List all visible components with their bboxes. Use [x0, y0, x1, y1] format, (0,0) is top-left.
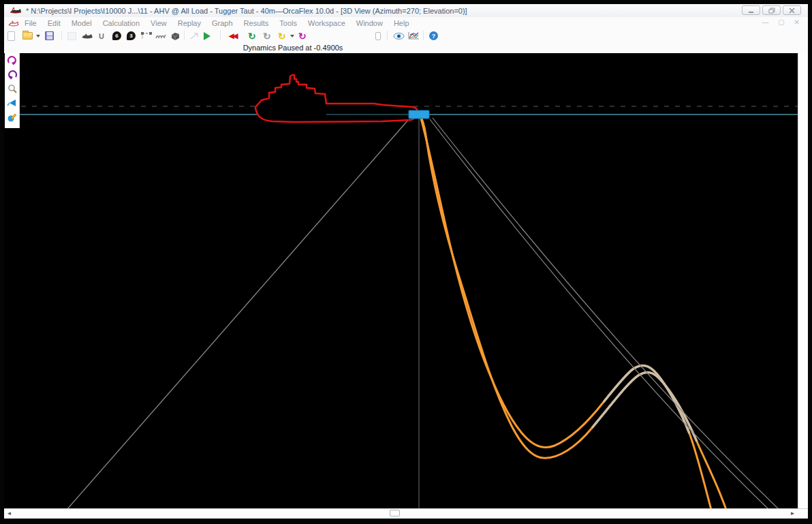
3d-view[interactable]	[4, 53, 798, 508]
minimize-button[interactable]	[742, 5, 760, 15]
open-model-button[interactable]	[22, 30, 33, 42]
new-model-button[interactable]	[7, 30, 15, 42]
toolbar-separator	[220, 31, 221, 40]
winch-icon	[155, 32, 166, 40]
statics-arrow-icon	[189, 31, 200, 40]
scene-canvas	[4, 53, 798, 508]
run-dynamics-icon: ↻	[248, 31, 256, 41]
help-button[interactable]: ?	[429, 30, 438, 42]
view-parameters-button[interactable]	[393, 30, 405, 42]
simulation-status-text: Dynamics Paused at -0.4900s	[204, 44, 381, 52]
pause-dynamics-button[interactable]: ↻	[263, 30, 271, 42]
menu-results[interactable]: Results	[238, 19, 275, 27]
6d-buoy-icon: 6	[112, 31, 121, 40]
chevron-down-icon	[290, 35, 294, 37]
reset-button[interactable]: ◀◀	[229, 30, 236, 42]
mdi-window-controls: — ▢ ✕	[762, 18, 800, 26]
rotate-view-down-icon[interactable]	[7, 70, 18, 80]
zoom-icon[interactable]	[7, 84, 18, 95]
close-icon	[789, 7, 795, 14]
chevron-down-icon	[36, 35, 40, 37]
menu-model[interactable]: Model	[66, 19, 97, 27]
rewind-icon: ◀◀	[229, 32, 236, 40]
mooring-line-left	[67, 119, 409, 508]
tugger-line-buoy	[421, 119, 711, 508]
title-bar[interactable]: * N:\Projects\I Projects\I10000 J...\11 …	[4, 4, 808, 17]
menu-bar: File Edit Model Calculation View Replay …	[4, 17, 808, 29]
scroll-right-arrow-icon[interactable]: ►	[789, 510, 796, 517]
toolbar-separator	[184, 31, 185, 40]
menu-file[interactable]: File	[19, 19, 42, 27]
mdi-restore-icon[interactable]: ▢	[778, 18, 784, 26]
rotate-view-up-icon[interactable]	[7, 55, 18, 66]
disabled-tool-icon	[67, 32, 76, 40]
new-link-button[interactable]	[141, 30, 152, 42]
mdi-minimize-icon[interactable]: —	[762, 18, 768, 26]
graph-icon	[408, 31, 420, 40]
line-u-icon: ∪	[98, 31, 105, 41]
replay-dropdown[interactable]	[290, 30, 294, 42]
restore-button[interactable]	[762, 5, 781, 15]
replay-icon: ↻	[278, 31, 286, 41]
trail-toggle-button[interactable]	[375, 30, 381, 42]
mdi-close-icon[interactable]: ✕	[794, 18, 800, 26]
menu-calculation[interactable]: Calculation	[97, 19, 145, 27]
play-icon	[204, 32, 210, 40]
orcaflex-app-icon	[10, 6, 22, 15]
main-toolbar: ∪ 6 3	[4, 29, 808, 43]
screen-frame: * N:\Projects\I Projects\I10000 J...\11 …	[0, 0, 812, 524]
open-model-dropdown[interactable]	[36, 30, 40, 42]
toolbar-separator	[423, 31, 424, 40]
close-button[interactable]	[783, 5, 801, 15]
orcaflex-window: * N:\Projects\I Projects\I10000 J...\11 …	[4, 4, 808, 519]
restore-icon	[768, 7, 775, 14]
save-model-button[interactable]	[45, 30, 54, 42]
surface-buoy	[409, 110, 429, 119]
toolbar-separator	[387, 31, 388, 40]
horizontal-scrollbar[interactable]: ◄ ►	[4, 508, 808, 517]
menu-tools[interactable]: Tools	[274, 19, 302, 27]
menu-graph[interactable]: Graph	[206, 19, 238, 27]
calculate-statics-button-disabled	[189, 30, 200, 42]
buoyancy-section	[592, 372, 697, 442]
menu-edit[interactable]: Edit	[42, 19, 66, 27]
shape-cube-icon	[170, 31, 181, 41]
replay-button[interactable]: ↻	[278, 30, 286, 42]
status-bar: Dynamics Paused at -0.4900s	[4, 43, 808, 53]
replay-step-button[interactable]: ↻	[298, 30, 307, 42]
help-icon: ?	[429, 31, 438, 40]
set-view-direction-icon[interactable]	[7, 98, 18, 109]
menu-help[interactable]: Help	[388, 19, 415, 27]
workspace-graphs-button[interactable]	[408, 30, 420, 42]
disabled-tool-button	[67, 30, 76, 42]
new-6d-buoy-button[interactable]: 6	[112, 30, 121, 42]
open-folder-icon	[22, 32, 33, 40]
tugger-line-vessel	[373, 108, 726, 508]
3d-buoy-icon: 3	[127, 31, 136, 40]
menu-window[interactable]: Window	[351, 19, 388, 27]
pause-dynamics-icon: ↻	[263, 31, 271, 41]
scrollbar-thumb[interactable]	[390, 510, 400, 517]
replay-step-icon: ↻	[298, 31, 307, 41]
new-3d-buoy-button[interactable]: 3	[127, 30, 136, 42]
link-icon	[141, 31, 152, 41]
run-statics-button[interactable]	[204, 30, 210, 42]
menu-replay[interactable]: Replay	[172, 19, 206, 27]
view-toolbar	[5, 53, 20, 128]
run-dynamics-button[interactable]: ↻	[248, 30, 256, 42]
window-title: * N:\Projects\I Projects\I10000 J...\11 …	[26, 7, 467, 15]
vessel-icon	[81, 32, 93, 40]
ahv-vessel-outline	[255, 75, 418, 122]
new-vessel-button[interactable]	[81, 30, 93, 42]
menu-workspace[interactable]: Workspace	[302, 19, 351, 27]
toolbar-separator	[61, 31, 62, 40]
menu-view[interactable]: View	[145, 19, 172, 27]
new-shape-button[interactable]	[170, 30, 181, 42]
eye-icon	[393, 32, 405, 40]
minimize-icon	[748, 7, 754, 14]
new-document-icon	[7, 31, 15, 41]
new-winch-button[interactable]	[155, 30, 166, 42]
edit-view-parameters-icon[interactable]	[7, 112, 18, 123]
new-line-button[interactable]: ∪	[98, 30, 105, 42]
scroll-left-arrow-icon[interactable]: ◄	[5, 510, 13, 517]
